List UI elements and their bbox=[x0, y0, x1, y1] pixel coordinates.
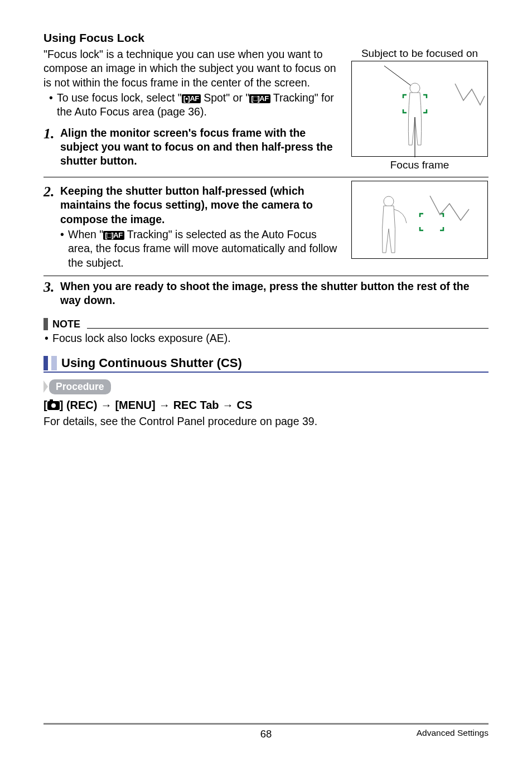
note-bullet: • Focus lock also locks exposure (AE). bbox=[43, 332, 489, 345]
procedure-triangle-icon bbox=[43, 380, 48, 393]
procedure-path: [] (REC) → [MENU] → REC Tab → CS bbox=[43, 399, 489, 412]
svg-point-3 bbox=[384, 196, 394, 206]
svg-line-0 bbox=[384, 66, 414, 88]
diagram-top-label: Subject to be focused on bbox=[351, 47, 489, 60]
step-3-number: 3. bbox=[43, 279, 60, 308]
path-rectab: REC Tab bbox=[173, 399, 219, 412]
tracking-af-icon-2: [□]AF bbox=[103, 231, 124, 240]
procedure-badge: Procedure bbox=[49, 379, 111, 394]
diagram-bottom-label: Focus frame bbox=[351, 159, 489, 171]
note-text: Focus lock also locks exposure (AE). bbox=[52, 332, 231, 345]
arrow-icon: → bbox=[100, 399, 112, 412]
intro-bullet: • To use focus lock, select "[•]AF Spot"… bbox=[43, 91, 340, 119]
page-number: 68 bbox=[260, 728, 272, 740]
camera-icon bbox=[47, 401, 60, 410]
tracking-af-icon: [□]AF bbox=[249, 94, 270, 103]
step-3-title: When you are ready to shoot the image, p… bbox=[60, 280, 470, 306]
step-2-number: 2. bbox=[43, 184, 60, 270]
step-1-number: 1. bbox=[43, 126, 60, 168]
diagram-2 bbox=[351, 181, 488, 259]
focus-lock-intro: "Focus lock" is a technique you can use … bbox=[43, 47, 340, 90]
step-3: 3. When you are ready to shoot the image… bbox=[43, 279, 489, 308]
note-label: NOTE bbox=[52, 319, 80, 330]
bullet-pre: To use focus lock, select " bbox=[57, 91, 182, 104]
step-1-title: Align the monitor screen's focus frame w… bbox=[60, 127, 333, 167]
focus-lock-heading: Using Focus Lock bbox=[43, 31, 489, 45]
step-2-title: Keeping the shutter button half-pressed … bbox=[60, 184, 340, 226]
step-2-sub-pre: When " bbox=[68, 228, 103, 240]
arrow-icon: → bbox=[159, 399, 170, 412]
footer-section: Advanced Settings bbox=[417, 728, 489, 738]
path-rec: ] (REC) bbox=[60, 399, 98, 411]
cs-section-title: Using Continuous Shutter (CS) bbox=[60, 356, 242, 370]
section-accent-bar-1 bbox=[43, 356, 48, 370]
arrow-icon: → bbox=[223, 399, 234, 412]
path-lbracket: [ bbox=[43, 399, 47, 411]
procedure-details: For details, see the Control Panel proce… bbox=[43, 415, 489, 428]
svg-point-1 bbox=[410, 83, 420, 93]
section-accent-bar-2 bbox=[51, 356, 57, 370]
step-2: 2. Keeping the shutter button half-press… bbox=[43, 184, 340, 270]
step-1: 1. Align the monitor screen's focus fram… bbox=[43, 126, 340, 168]
spot-af-icon: [•]AF bbox=[182, 94, 201, 103]
path-menu: [MENU] bbox=[115, 399, 155, 412]
path-cs: CS bbox=[237, 399, 253, 412]
bullet-spot: Spot" or " bbox=[201, 91, 250, 104]
diagram-1 bbox=[351, 61, 488, 157]
note-accent-bar bbox=[43, 318, 48, 330]
